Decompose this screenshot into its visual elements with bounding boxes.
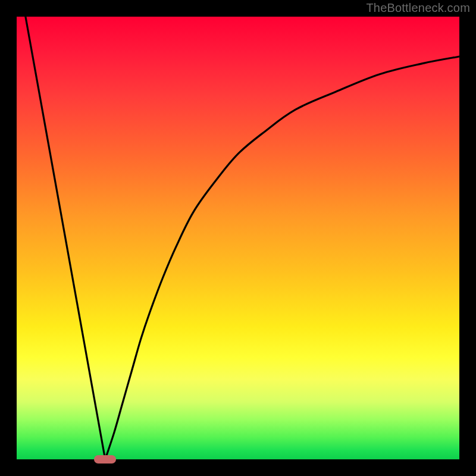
curve-layer	[17, 17, 459, 459]
watermark-text: TheBottleneck.com	[366, 1, 470, 15]
minimum-marker	[94, 455, 116, 464]
chart-frame: TheBottleneck.com	[0, 0, 476, 476]
bottleneck-curve	[26, 17, 459, 462]
